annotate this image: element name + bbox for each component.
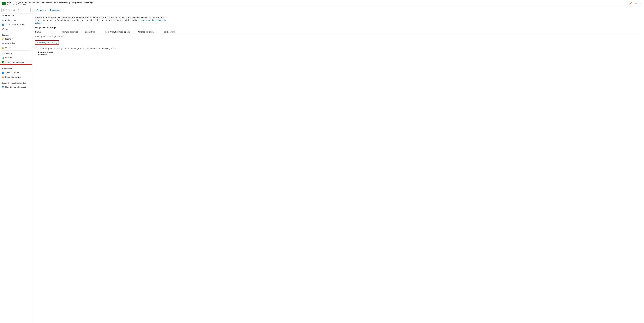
diagnostic-settings-icon: ▦ <box>2 61 4 64</box>
sidebar-item-activity-log[interactable]: ≡ Activity log <box>0 18 32 22</box>
tasks-icon: 👥 <box>2 71 4 74</box>
feedback-label: Feedback <box>52 9 60 12</box>
refresh-button[interactable]: Refresh <box>34 8 47 12</box>
sidebar-item-export-label: Export template <box>5 76 21 78</box>
sidebar-item-tags-label: Tags <box>5 28 10 30</box>
resource-icon: ⚡ <box>2 2 6 5</box>
sidebar-item-new-support-request[interactable]: 👤 New Support Request <box>0 85 32 89</box>
description-text: Diagnostic settings are used to configur… <box>35 16 167 24</box>
access-control-icon: 👤 <box>2 23 4 26</box>
sidebar-item-activity-log-label: Activity log <box>5 19 16 21</box>
support-section-label: Support + troubleshooting <box>0 80 32 85</box>
tags-icon: 🏷 <box>2 28 4 30</box>
more-options-icon[interactable]: ··· <box>634 2 637 6</box>
export-icon: 📤 <box>2 76 4 78</box>
sidebar-item-properties[interactable]: ⚙ Properties <box>0 41 32 46</box>
sidebar-item-locks[interactable]: 🔒 Locks <box>0 46 32 50</box>
sidebar-item-tasks-preview[interactable]: 👥 Tasks (preview) <box>0 70 32 75</box>
col-name: Name <box>35 31 62 33</box>
sidebar-item-identity-label: Identity <box>5 38 12 40</box>
sidebar-item-overview[interactable]: ⊞ Overview <box>0 14 32 18</box>
add-diagnostic-setting-button[interactable]: + Add diagnostic setting <box>35 40 59 45</box>
sidebar-item-diagnostic-settings-label: Diagnostic settings <box>6 61 24 64</box>
sidebar-item-properties-label: Properties <box>5 42 15 44</box>
header-title-block: topic01stg-811a624a-8a77-437e-89de-dfeb5… <box>7 1 629 6</box>
sidebar-item-tags[interactable]: 🏷 Tags <box>0 27 32 31</box>
sidebar-item-metrics-label: Metrics <box>5 57 12 59</box>
sidebar-item-locks-label: Locks <box>5 47 10 49</box>
close-icon[interactable]: ✕ <box>638 2 642 6</box>
add-setting-label: + Add diagnostic setting <box>37 41 57 44</box>
toolbar: Refresh Feedback <box>32 7 644 14</box>
sidebar-item-metrics[interactable]: 📊 Metrics <box>0 55 32 60</box>
automation-section-label: Automation <box>0 66 32 70</box>
col-log-analytics: Log Analytics workspace <box>106 31 138 33</box>
search-placeholder: Search (Ctrl+/) <box>6 9 19 11</box>
title-separator: | <box>69 1 70 4</box>
data-items-list: DeliveryFailures AllMetrics <box>35 51 641 56</box>
data-item-delivery-failures: DeliveryFailures <box>38 51 641 53</box>
sidebar-item-access-control[interactable]: 👤 Access control (IAM) <box>0 22 32 27</box>
resource-and-page-title: topic01stg-811a624a-8a77-437e-89de-dfeb5… <box>7 1 629 4</box>
sidebar-item-overview-label: Overview <box>5 15 14 17</box>
support-icon: 👤 <box>2 86 4 88</box>
col-partner-solution: Partner solution <box>138 31 164 33</box>
refresh-label: Refresh <box>39 9 46 12</box>
sidebar-item-support-label: New Support Request <box>5 86 26 88</box>
col-event-hub: Event hub <box>85 31 106 33</box>
search-icon: 🔍 <box>3 9 5 11</box>
diagnostic-settings-section-title: Diagnostic settings <box>35 27 641 29</box>
feedback-button[interactable]: Feedback <box>48 8 62 13</box>
click-instruction-text: Click 'Add Diagnostic setting' above to … <box>35 48 641 50</box>
activity-log-icon: ≡ <box>2 19 4 21</box>
sidebar-item-access-control-label: Access control (IAM) <box>5 24 24 26</box>
sidebar-item-identity[interactable]: 🔑 Identity <box>0 37 32 41</box>
col-edit-setting: Edit setting <box>164 31 184 33</box>
pin-icon[interactable]: 📌 <box>629 2 633 6</box>
properties-icon: ⚙ <box>2 42 4 44</box>
page-title: Diagnostic settings <box>71 1 93 4</box>
resource-id: topic01stg-811a624a-8a77-437e-89de-dfeb5… <box>7 1 68 4</box>
sidebar-search-area: 🔍 Search (Ctrl+/) 《 <box>0 7 32 14</box>
main-content: Diagnostic settings are used to configur… <box>32 14 644 323</box>
monitoring-section-label: Monitoring <box>0 51 32 55</box>
resource-type: Event Grid System Topic <box>7 4 629 6</box>
overview-icon: ⊞ <box>2 15 4 17</box>
collapse-sidebar-button[interactable]: 《 <box>28 9 29 11</box>
search-input[interactable]: 🔍 Search (Ctrl+/) 《 <box>2 8 30 12</box>
sidebar-item-tasks-label: Tasks (preview) <box>5 72 20 74</box>
table-header: Name Storage account Event hub Log Analy… <box>35 30 641 34</box>
locks-icon: 🔒 <box>2 47 4 49</box>
sidebar-item-export-template[interactable]: 📤 Export template <box>0 75 32 79</box>
feedback-icon <box>50 9 52 12</box>
identity-icon: 🔑 <box>2 38 4 40</box>
page-header: ⚡ topic01stg-811a624a-8a77-437e-89de-dfe… <box>0 0 644 7</box>
no-settings-message: No diagnostic settings defined <box>35 34 641 39</box>
metrics-icon: 📊 <box>2 56 4 59</box>
sidebar-item-diagnostic-settings[interactable]: ▦ Diagnostic settings <box>0 60 32 65</box>
settings-section-label: Settings <box>0 32 32 37</box>
header-actions: 📌 ··· ✕ <box>629 2 642 6</box>
main-layout: 🔍 Search (Ctrl+/) 《 ⊞ Overview ≡ Activit… <box>0 7 644 323</box>
sidebar: 🔍 Search (Ctrl+/) 《 ⊞ Overview ≡ Activit… <box>0 7 32 323</box>
col-storage-account: Storage account <box>62 31 85 33</box>
data-item-all-metrics: AllMetrics <box>38 54 641 56</box>
refresh-icon <box>36 9 38 12</box>
